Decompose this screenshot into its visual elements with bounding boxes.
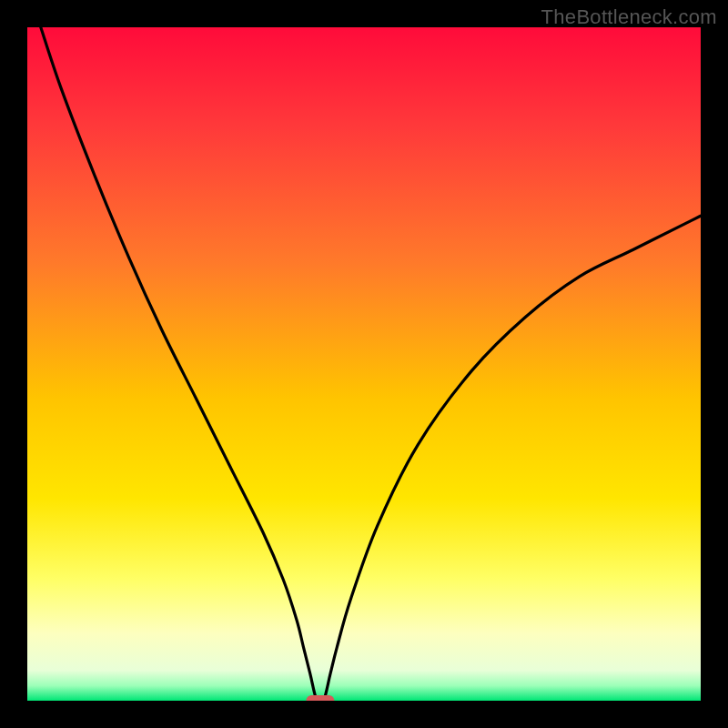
chart-svg (27, 27, 701, 701)
watermark-text: TheBottleneck.com (541, 5, 717, 29)
gradient-background (27, 27, 701, 701)
chart-container: TheBottleneck.com (0, 0, 728, 728)
plot-area (27, 27, 701, 701)
optimal-marker (306, 695, 334, 701)
